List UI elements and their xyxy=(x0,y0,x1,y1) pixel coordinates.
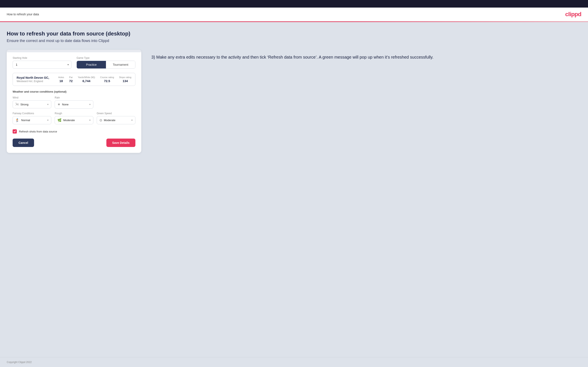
wind-chevron-icon: ▾ xyxy=(47,103,49,106)
course-rating-label: Course rating xyxy=(100,76,114,79)
save-button[interactable]: Save Details xyxy=(106,139,136,147)
rain-field: Rain ☀ None ▾ xyxy=(55,96,93,108)
slope-rating-label: Slope rating xyxy=(119,76,131,79)
wind-icon: 🌬 xyxy=(15,102,19,106)
green-speed-select[interactable]: ⊙ Moderate ▾ xyxy=(97,116,135,124)
refresh-checkbox-row: Refresh shots from data source xyxy=(13,129,135,133)
holes-value: 18 xyxy=(58,79,64,83)
slope-rating-stat: Slope rating 134 xyxy=(119,76,131,83)
action-buttons: Cancel Save Details xyxy=(13,139,135,147)
holes-label: Holes xyxy=(58,76,64,79)
top-bar xyxy=(0,0,588,8)
wind-select[interactable]: 🌬 Strong ▾ xyxy=(13,100,51,108)
rough-value: Moderate xyxy=(63,119,88,122)
game-type-toggle: Practice Tournament xyxy=(77,61,135,69)
rough-chevron-icon: ▾ xyxy=(89,119,91,122)
fairway-select[interactable]: 🏌 Normal ▾ xyxy=(13,116,51,124)
refresh-checkbox[interactable] xyxy=(13,129,17,133)
course-card: Royal North Devon GC, Westward Ho!, Engl… xyxy=(13,73,135,86)
yards-value: 6,744 xyxy=(78,79,95,83)
wind-value: Strong xyxy=(20,103,46,106)
fairway-chevron-icon: ▾ xyxy=(47,119,49,122)
page-heading: How to refresh your data from source (de… xyxy=(7,30,581,37)
logo: clippd xyxy=(565,11,581,18)
fairway-field: Fairway Conditions 🏌 Normal ▾ xyxy=(13,112,51,124)
game-type-label: Game Type xyxy=(77,57,135,59)
par-stat: Par 72 xyxy=(69,76,73,83)
fairway-label: Fairway Conditions xyxy=(13,112,51,115)
starting-hole-label: Starting Hole xyxy=(13,57,71,59)
tournament-button[interactable]: Tournament xyxy=(106,61,135,68)
green-speed-icon: ⊙ xyxy=(99,118,102,122)
side-description: 3) Make any extra edits necessary to the… xyxy=(151,54,581,60)
rough-icon: 🌿 xyxy=(57,118,62,122)
slope-rating-value: 134 xyxy=(119,79,131,83)
rain-select[interactable]: ☀ None ▾ xyxy=(55,100,93,108)
fairway-icon: 🏌 xyxy=(15,118,19,122)
rough-select[interactable]: 🌿 Moderate ▾ xyxy=(55,116,93,124)
footer: Copyright Clippd 2022 xyxy=(0,357,588,367)
form-card: Starting Hole 1 ▾ Game Type Practice Tou… xyxy=(7,50,141,153)
header-title: How to refresh your data xyxy=(7,13,39,16)
copyright-text: Copyright Clippd 2022 xyxy=(7,361,32,364)
rain-icon: ☀ xyxy=(57,102,60,107)
content-area: Starting Hole 1 ▾ Game Type Practice Tou… xyxy=(7,50,581,153)
checkmark-icon xyxy=(13,130,16,133)
course-name: Royal North Devon GC, xyxy=(17,76,53,79)
starting-hole-value: 1 xyxy=(16,63,68,66)
page-subtitle: Ensure the correct and most up to date d… xyxy=(7,39,581,43)
rain-chevron-icon: ▾ xyxy=(89,103,91,106)
rough-field: Rough 🌿 Moderate ▾ xyxy=(55,112,93,124)
yards-label: Yards/White (M)) xyxy=(78,76,95,79)
starting-hole-select[interactable]: 1 ▾ xyxy=(13,61,71,69)
top-fields-group: Starting Hole 1 ▾ Game Type Practice Tou… xyxy=(13,57,135,69)
cancel-button[interactable]: Cancel xyxy=(13,139,34,147)
rain-label: Rain xyxy=(55,96,93,99)
conditions-row-2: Fairway Conditions 🏌 Normal ▾ Rough 🌿 Mo… xyxy=(13,112,135,124)
game-type-block: Game Type Practice Tournament xyxy=(77,57,135,69)
fairway-value: Normal xyxy=(21,119,46,122)
weather-section-title: Weather and course conditions (optional) xyxy=(13,90,135,93)
main-content: How to refresh your data from source (de… xyxy=(0,22,588,357)
green-speed-chevron-icon: ▾ xyxy=(131,119,133,122)
course-rating-value: 72.5 xyxy=(100,79,114,83)
wind-field: Wind 🌬 Strong ▾ xyxy=(13,96,51,108)
course-stats: Holes 18 Par 72 Yards/White (M)) 6,744 C… xyxy=(58,76,131,83)
green-speed-label: Green Speed xyxy=(97,112,135,115)
green-speed-field: Green Speed ⊙ Moderate ▾ xyxy=(97,112,135,124)
header: How to refresh your data clippd xyxy=(0,8,588,21)
wind-rain-row: Wind 🌬 Strong ▾ Rain ☀ None ▾ xyxy=(13,96,135,108)
yards-stat: Yards/White (M)) 6,744 xyxy=(78,76,95,83)
holes-stat: Holes 18 xyxy=(58,76,64,83)
practice-button[interactable]: Practice xyxy=(77,61,106,68)
par-label: Par xyxy=(69,76,73,79)
course-rating-stat: Course rating 72.5 xyxy=(100,76,114,83)
course-location: Westward Ho!, England xyxy=(17,80,53,83)
par-value: 72 xyxy=(69,79,73,83)
card-top-strip xyxy=(7,50,141,52)
starting-hole-block: Starting Hole 1 ▾ xyxy=(13,57,71,69)
green-speed-value: Moderate xyxy=(104,119,130,122)
wind-label: Wind xyxy=(13,96,51,99)
refresh-checkbox-label: Refresh shots from data source xyxy=(19,130,57,133)
rain-value: None xyxy=(62,103,88,106)
course-info: Royal North Devon GC, Westward Ho!, Engl… xyxy=(17,76,53,83)
rough-label: Rough xyxy=(55,112,93,115)
side-text-block: 3) Make any extra edits necessary to the… xyxy=(151,50,581,60)
